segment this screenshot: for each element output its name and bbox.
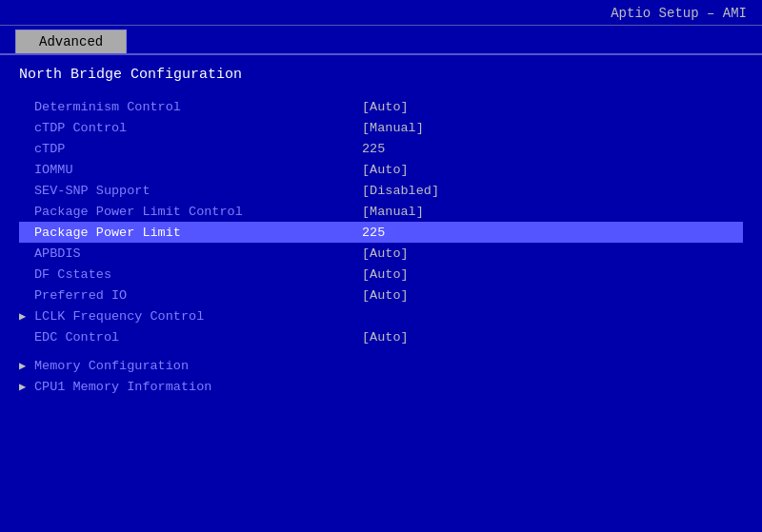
menu-row[interactable]: ▶CPU1 Memory Information — [19, 376, 743, 397]
menu-item-value: [Auto] — [358, 329, 412, 345]
menu-item-label: DF Cstates — [34, 267, 358, 282]
menu-item-value: [Auto] — [358, 99, 412, 115]
menu-item-label: cTDP Control — [34, 121, 358, 135]
menu-item-value: 225 — [358, 225, 389, 241]
menu-item-value: [Disabled] — [358, 183, 443, 199]
menu-item-label: Package Power Limit — [34, 226, 358, 240]
submenu-arrow-icon: ▶ — [19, 309, 34, 324]
menu-item-value: [Manual] — [358, 120, 428, 136]
app-title: Aptio Setup – AMI — [611, 6, 747, 21]
menu-item-value: [Auto] — [358, 266, 412, 283]
menu-row[interactable]: ▶LCLK Frequency Control — [19, 305, 743, 326]
menu-row[interactable]: Package Power Limit Control[Manual] — [19, 201, 743, 222]
menu-row[interactable]: ▶Memory Configuration — [19, 355, 743, 376]
menu-row[interactable]: cTDP225 — [19, 138, 743, 159]
menu-row[interactable]: Determinism Control[Auto] — [19, 96, 743, 117]
menu-row[interactable]: Preferred IO[Auto] — [19, 285, 743, 305]
submenu-arrow-icon: ▶ — [19, 380, 34, 394]
section-title: North Bridge Configuration — [19, 67, 743, 83]
menu-item-label: LCLK Frequency Control — [34, 309, 358, 324]
menu-row[interactable]: cTDP Control[Manual] — [19, 117, 743, 138]
menu-item-value: [Auto] — [358, 246, 412, 262]
menu-item-value: 225 — [358, 141, 389, 157]
menu-row[interactable]: IOMMU[Auto] — [19, 159, 743, 180]
menu-item-value: [Auto] — [358, 287, 412, 304]
menu-item-value: [Auto] — [358, 162, 412, 178]
menu-item-label: Determinism Control — [34, 100, 358, 114]
menu-row[interactable]: Package Power Limit225 — [19, 222, 743, 243]
menu-item-label: EDC Control — [34, 330, 358, 345]
menu-row[interactable]: SEV-SNP Support[Disabled] — [19, 180, 743, 201]
menu-item-label: SEV-SNP Support — [34, 184, 358, 198]
menu-item-label: Preferred IO — [34, 288, 358, 303]
menu-item-label: IOMMU — [34, 163, 358, 177]
submenu-arrow-icon: ▶ — [19, 359, 34, 373]
menu-list: Determinism Control[Auto] cTDP Control[M… — [19, 96, 743, 511]
menu-item-label: Package Power Limit Control — [34, 205, 358, 219]
top-bar: Aptio Setup – AMI — [0, 0, 762, 26]
tab-bar: Advanced — [0, 26, 762, 55]
menu-row[interactable]: EDC Control[Auto] — [19, 326, 743, 347]
tab-advanced[interactable]: Advanced — [15, 30, 127, 53]
menu-item-label: cTDP — [34, 142, 358, 156]
menu-item-label: Memory Configuration — [34, 359, 358, 373]
menu-item-value: [Manual] — [358, 204, 428, 220]
menu-row[interactable]: DF Cstates[Auto] — [19, 264, 743, 285]
menu-divider — [19, 347, 743, 355]
menu-row[interactable]: APBDIS[Auto] — [19, 243, 743, 264]
menu-item-label: APBDIS — [34, 246, 358, 261]
menu-item-label: CPU1 Memory Information — [34, 380, 358, 394]
main-content: North Bridge Configuration Determinism C… — [0, 55, 762, 521]
